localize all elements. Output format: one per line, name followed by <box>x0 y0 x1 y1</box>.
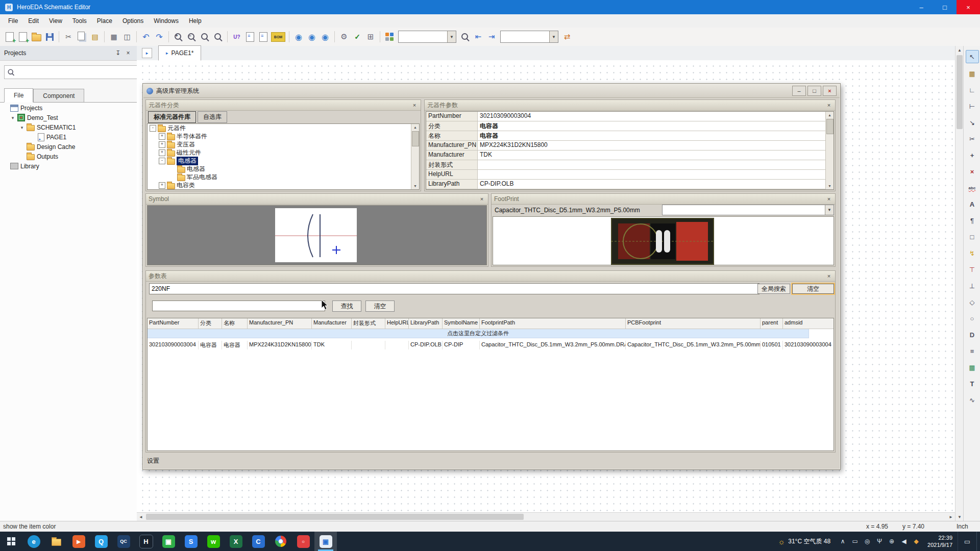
new-schematic-icon[interactable] <box>3 30 16 43</box>
design-check-icon[interactable]: ✓ <box>351 30 364 43</box>
tree-item-semiconductor[interactable]: +半导体器件 <box>148 132 419 140</box>
scroll-up-icon[interactable]: ▲ <box>955 46 964 54</box>
taskbar-excel[interactable]: X <box>225 532 247 551</box>
pin-icon[interactable]: ↧ <box>113 49 122 57</box>
paste-icon[interactable]: ▤ <box>88 30 102 43</box>
dropdown-arrow-icon[interactable]: ▼ <box>825 205 834 215</box>
tree-item-transformer[interactable]: +变压器 <box>148 140 419 148</box>
param-row[interactable]: SymbolNameCP-DIP <box>426 189 834 190</box>
taskbar-h-app[interactable]: H <box>135 532 157 551</box>
expander-icon[interactable]: ▾ <box>19 125 24 130</box>
dialog-minimize-button[interactable]: – <box>792 86 806 96</box>
menu-place[interactable]: Place <box>92 14 117 28</box>
menu-file[interactable]: File <box>3 14 23 28</box>
junction-tool-icon[interactable]: + <box>966 149 978 161</box>
footprint-combo[interactable]: ▼ <box>662 205 834 215</box>
online-library-icon[interactable]: ◉ <box>292 30 305 43</box>
paragraph-text-tool-icon[interactable]: ¶ <box>966 214 978 227</box>
expander-icon[interactable]: - <box>150 125 156 132</box>
column-header[interactable]: LibraryPath <box>409 318 443 329</box>
eye-icon[interactable]: ◎ <box>861 538 873 545</box>
toolbar-search-icon[interactable] <box>458 30 472 43</box>
taskbar-wechat[interactable]: w <box>202 532 225 551</box>
vertical-scrollbar[interactable]: ▲ ▼ <box>955 46 964 521</box>
online-parts-icon[interactable]: ◉ <box>305 30 318 43</box>
scrollbar-thumb[interactable] <box>826 119 834 134</box>
show-desktop-button[interactable] <box>976 532 980 551</box>
taskbar-s-app[interactable]: S <box>180 532 202 551</box>
horizontal-scrollbar[interactable]: ◄ ► <box>137 512 955 521</box>
drag-tool-icon[interactable]: ↘ <box>966 116 978 129</box>
tree-item-outputs[interactable]: Outputs <box>0 152 137 161</box>
column-header[interactable]: FootprintPath <box>480 318 626 329</box>
rect-tool-icon[interactable]: □ <box>966 231 978 243</box>
global-search-button[interactable]: 全局搜索 <box>757 284 790 294</box>
close-panel-icon[interactable]: × <box>825 273 832 279</box>
print-preview-icon[interactable]: ◫ <box>120 30 134 43</box>
scroll-right-icon[interactable]: ► <box>947 515 955 519</box>
column-header[interactable]: 封装形式 <box>352 318 385 329</box>
close-panel-icon[interactable]: × <box>478 196 485 202</box>
bom-icon[interactable]: BOM <box>270 30 286 43</box>
menu-view[interactable]: View <box>44 14 67 28</box>
redo-icon[interactable]: ↷ <box>153 30 166 43</box>
tree-item-military-inductor[interactable]: 军品电感器 <box>148 173 419 181</box>
param-row[interactable]: LibraryPathCP-DIP.OLB <box>426 180 834 189</box>
tab-page1[interactable]: ▸ PAGE1* <box>158 45 201 61</box>
taskbar-meeting-app[interactable]: ○ <box>292 532 314 551</box>
table-tool-icon[interactable]: ▦ <box>966 361 978 373</box>
menu-windows[interactable]: Windows <box>149 14 184 28</box>
parameters-scrollbar[interactable]: ▲ ▼ <box>825 112 834 189</box>
tree-item-inductor[interactable]: -电感器 <box>148 157 419 165</box>
dff-tool-icon[interactable]: D <box>966 329 978 341</box>
tab-nav-icon[interactable]: ▸ <box>142 48 152 58</box>
expander-icon[interactable]: - <box>159 158 165 164</box>
place-part-tool-icon[interactable]: ▦ <box>966 67 978 80</box>
notification-center-icon[interactable]: ▭ <box>958 532 976 551</box>
waveform-tool-icon[interactable]: ∿ <box>966 394 978 406</box>
tab-component[interactable]: Component <box>33 89 84 102</box>
ground-tool-icon[interactable]: ⊥ <box>966 280 978 292</box>
dialog-close-button[interactable]: × <box>823 86 837 96</box>
zoom-region-icon[interactable] <box>211 30 225 43</box>
select-tool-icon[interactable]: ↖ <box>966 50 979 63</box>
expander-icon[interactable]: + <box>159 133 165 140</box>
filter-input[interactable] <box>152 300 325 311</box>
window-layout-icon[interactable] <box>383 30 396 43</box>
wire-tool-icon[interactable]: ∟ <box>966 84 978 96</box>
minimize-button[interactable]: – <box>910 0 933 14</box>
clear-button-top[interactable]: 清空 <box>792 284 834 294</box>
new-part-icon[interactable] <box>16 30 30 43</box>
maximize-button[interactable]: □ <box>933 0 957 14</box>
scroll-down-icon[interactable]: ▼ <box>955 513 964 521</box>
table-row[interactable]: 302103090003004 电容器 电容器 MPX224K31D2KN158… <box>148 341 834 349</box>
window-titlebar[interactable]: H HeroEDA Schematic Editor – □ × <box>0 0 980 14</box>
taskbar-clock[interactable]: 22:39 2021/9/17 <box>922 534 958 549</box>
delete-tool-icon[interactable]: × <box>966 165 978 178</box>
next-page-icon[interactable]: ⇥ <box>485 30 498 43</box>
power-tool-icon[interactable]: ⊤ <box>966 263 978 276</box>
tree-item-magnetic[interactable]: +磁性元件 <box>148 148 419 157</box>
port-tool-icon[interactable]: ◇ <box>966 296 978 308</box>
spell-check-tool-icon[interactable]: abc <box>966 182 978 194</box>
undo-icon[interactable]: ↶ <box>139 30 153 43</box>
mic-icon[interactable]: Ψ <box>873 538 886 545</box>
part-search-input[interactable] <box>149 283 760 294</box>
tree-item-library[interactable]: Library <box>0 161 137 171</box>
start-button[interactable] <box>0 532 22 551</box>
tree-item-capacitor-class[interactable]: +电容类 <box>148 181 419 189</box>
zoom-fit-icon[interactable] <box>198 30 211 43</box>
menu-tools[interactable]: Tools <box>67 14 92 28</box>
column-header[interactable]: SymbolName <box>443 318 480 329</box>
param-row[interactable]: 分类电容器 <box>426 121 834 131</box>
tree-item-design-cache[interactable]: Design Cache <box>0 142 137 152</box>
scroll-up-icon[interactable]: ▲ <box>826 112 834 118</box>
design-rules-icon[interactable]: ⚙ <box>337 30 351 43</box>
taskbar-code-app[interactable]: C <box>247 532 270 551</box>
volume-icon[interactable]: ◀ <box>898 538 910 545</box>
column-header[interactable]: admsid <box>783 318 834 329</box>
tree-scrollbar[interactable]: ▲ ▼ <box>411 124 419 189</box>
menu-edit[interactable]: Edit <box>23 14 44 28</box>
tree-item-page1[interactable]: PAGE1 <box>0 132 137 142</box>
column-header[interactable]: HelpURL <box>385 318 409 329</box>
